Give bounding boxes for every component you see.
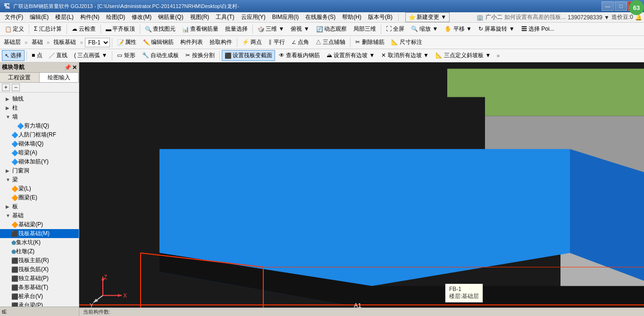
wall-toggle[interactable]: ▼: [6, 114, 12, 120]
tree-dark-beam[interactable]: 🔷 暗梁(A): [0, 148, 79, 157]
view-inner-rebar-button[interactable]: 👁 查看板内钢筋: [276, 50, 323, 61]
tree-axis[interactable]: ▶ 轴线: [0, 94, 79, 103]
calculate-button[interactable]: Σ 汇总计算: [31, 24, 65, 34]
select-poi-button[interactable]: ☰ 选择 Poi...: [519, 24, 557, 34]
tree-beam[interactable]: ▼ 梁: [0, 175, 79, 184]
define-slope-button[interactable]: 📐 三点定义斜坡板 ▼: [433, 50, 494, 61]
app-icon: 🏗: [4, 2, 10, 10]
tree-foundation[interactable]: ▼ 基础: [0, 211, 79, 220]
delete-aux-button[interactable]: ✂ 删除辅筋: [352, 37, 387, 48]
tab-draw-input[interactable]: 绘图输入: [40, 73, 79, 82]
tree-sump[interactable]: ⬟ 集水坑(K): [0, 238, 79, 247]
maximize-button[interactable]: □: [615, 1, 627, 11]
tree-pile-cap[interactable]: ⬛ 桩承台(V): [0, 292, 79, 301]
menu-file[interactable]: 文件(F): [2, 12, 26, 22]
local-3d-button[interactable]: 局部三维: [351, 24, 379, 34]
tree-raft-neg-rebar[interactable]: ⬛ 筏板负筋(X): [0, 265, 79, 274]
svg-text:Z: Z: [104, 274, 107, 281]
minimize-button[interactable]: —: [602, 1, 614, 11]
fullscreen-button[interactable]: ⛶ 全屏: [383, 24, 407, 34]
auto-gen-button[interactable]: 🔧 自动生成板: [139, 50, 182, 61]
two-point-button[interactable]: ⚡ 两点: [239, 37, 265, 48]
menu-help[interactable]: 帮助(H): [339, 12, 364, 22]
menu-tools[interactable]: 工具(T): [213, 12, 237, 22]
tree-raft-main-rebar[interactable]: ⬛ 筏板主筋(R): [0, 256, 79, 265]
tree-cap-beam[interactable]: ⬛ 承台梁(P): [0, 301, 79, 307]
level-plate-button[interactable]: ▬平齐板顶: [103, 24, 138, 34]
beam-toggle[interactable]: ▼: [6, 177, 12, 182]
component-select[interactable]: FB-1: [85, 38, 110, 47]
edit-rebar-button[interactable]: ✏️编辑钢筋: [140, 37, 176, 48]
nav-close-icon[interactable]: ✕: [72, 64, 77, 71]
point-angle-button[interactable]: ∠ 点角: [289, 37, 312, 48]
tree-foundation-beam[interactable]: 🔶 基础梁(P): [0, 220, 79, 229]
menu-online[interactable]: 在线服务(S): [302, 12, 338, 22]
define-button[interactable]: 📋定义: [2, 24, 27, 34]
set-slope-button[interactable]: ⛰ 设置所有边坡 ▼: [324, 50, 378, 61]
axis-toggle[interactable]: ▶: [6, 96, 12, 102]
tree-beam-l[interactable]: 🔶 梁(L): [0, 184, 79, 193]
pan-button[interactable]: ✋ 平移 ▼: [442, 24, 475, 34]
slab-toggle[interactable]: ▶: [6, 204, 12, 209]
tree-strip-found[interactable]: ⬛ 条形基础(T): [0, 283, 79, 292]
tree-isolated-found[interactable]: ⬛ 独立基础(P): [0, 274, 79, 283]
split-button[interactable]: ✂ 按换分割: [183, 50, 217, 61]
tree-wall[interactable]: ▼ 墙: [0, 112, 79, 121]
tree-ring-beam[interactable]: 🔶 圈梁(E): [0, 193, 79, 202]
set-cross-section-button[interactable]: ⬛设置筏板变截面: [222, 50, 275, 61]
menu-edit[interactable]: 编辑(E): [27, 12, 51, 22]
batch-select-button[interactable]: 批量选择: [222, 24, 251, 34]
tree-masonry-wall[interactable]: 🔷 砌体墙(Q): [0, 139, 79, 148]
menu-floor[interactable]: 楼层(L): [52, 12, 76, 22]
slab-label: 板: [12, 203, 18, 211]
three-point-axis-button[interactable]: △ 三点辅轴: [313, 37, 348, 48]
screen-rotate-button[interactable]: ↻ 屏幕旋转 ▼: [476, 24, 518, 34]
tree-slab[interactable]: ▶ 板: [0, 202, 79, 211]
find-element-button[interactable]: 🔍查找图元: [142, 24, 178, 34]
menu-draw[interactable]: 绘图(D): [103, 12, 128, 22]
tree-blast-wall[interactable]: 🔷 人防门框墙(RF: [0, 130, 79, 139]
tree-door-window[interactable]: ▶ 门窗洞: [0, 166, 79, 175]
tree-raft-foundation[interactable]: ⬛ 筏板基础(M): [0, 229, 79, 238]
canvas-area[interactable]: Z X Y A1 FB-1 楼层:基础层 当前构件数:: [79, 62, 644, 316]
help-text: 如何设置有高差的筏板...: [504, 13, 566, 21]
point-draw-button[interactable]: ■ 点: [29, 50, 45, 61]
canvas-status-text: 当前构件数:: [83, 308, 110, 316]
select-tool-button[interactable]: ↖选择: [2, 50, 25, 61]
menu-rebar[interactable]: 钢筋量(Q): [155, 12, 186, 22]
menu-cloud[interactable]: 云应用(Y): [238, 12, 268, 22]
col-toggle[interactable]: ▶: [6, 105, 12, 111]
component-list-button[interactable]: 构件列表: [177, 37, 206, 48]
line-draw-button[interactable]: ╱ 直线: [46, 50, 70, 61]
view-rebar-button[interactable]: 📊查看钢筋量: [179, 24, 221, 34]
menu-view[interactable]: 视图(R): [187, 12, 212, 22]
dimension-button[interactable]: 📐 尺寸标注: [388, 37, 425, 48]
collapse-all-button[interactable]: −: [12, 84, 20, 91]
dw-toggle[interactable]: ▶: [6, 168, 12, 173]
nav-pin-icon[interactable]: 📌: [64, 64, 71, 71]
tree-shear-wall[interactable]: 🔷 剪力墙(Q): [0, 121, 79, 130]
pick-component-button[interactable]: 拾取构件: [207, 37, 235, 48]
level-icon: ▬: [106, 26, 111, 33]
found-toggle[interactable]: ▼: [6, 213, 12, 218]
top-view-button[interactable]: 俯视 ▼: [288, 24, 312, 34]
menu-bim[interactable]: BIM应用(I): [269, 12, 302, 22]
menu-component[interactable]: 构件(N): [77, 12, 102, 22]
new-change-button[interactable]: ⭐ 新建变更 ▼: [405, 12, 450, 22]
cloud-check-button[interactable]: ☁ 云检查: [69, 24, 99, 34]
zoom-button[interactable]: 🔍 缩放 ▼: [408, 24, 441, 34]
parallel-button[interactable]: ∥ 平行: [266, 37, 287, 48]
menu-version[interactable]: 版本号(B): [365, 12, 395, 22]
expand-all-button[interactable]: +: [2, 84, 10, 91]
arc-draw-button[interactable]: ( 三点画弧 ▼: [71, 50, 110, 61]
cancel-slope-button[interactable]: ✕ 取消所有边坡 ▼: [378, 50, 432, 61]
tab-project-settings[interactable]: 工程设置: [0, 73, 40, 82]
properties-button[interactable]: 📝属性: [114, 37, 139, 48]
rect-button[interactable]: ▭ 矩形: [114, 50, 138, 61]
tree-column-cap[interactable]: ⬟ 柱墩(Z): [0, 247, 79, 256]
menu-modify[interactable]: 修改(M): [129, 12, 154, 22]
tree-masonry-rebar[interactable]: 🔷 砌体加筋(Y): [0, 157, 79, 166]
dynamic-view-button[interactable]: 🔄动态观察: [313, 24, 350, 34]
tree-column[interactable]: ▶ 柱: [0, 103, 79, 112]
3d-button[interactable]: 🎲三维 ▼: [255, 24, 287, 34]
